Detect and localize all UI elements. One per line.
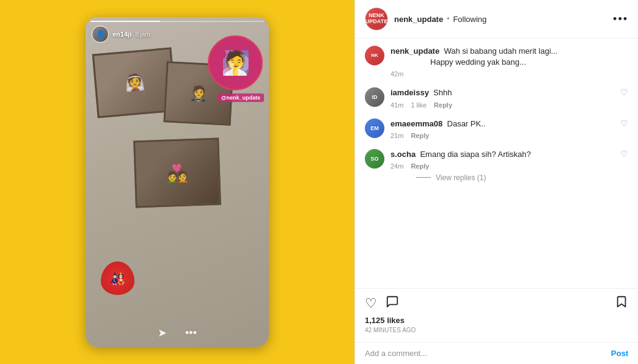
action-icons-row: ♡	[365, 295, 628, 312]
comment-meta-2: 41m 1 like Reply	[391, 101, 614, 109]
comment-text-3: emaeemma08 Dasar PK..	[391, 118, 614, 129]
comment-like-icon-2[interactable]: ♡	[620, 87, 628, 108]
like-icon[interactable]: ♡	[365, 296, 377, 311]
post-header: NENKUPDATE nenk_update • Following •••	[355, 0, 638, 38]
comment-text-2: iamdeissy Shhh	[391, 87, 614, 98]
comment-item-3: EM emaeemma08 Dasar PK.. 21m Reply ♡	[365, 118, 628, 139]
add-comment-input[interactable]	[365, 349, 605, 358]
post-comment-button[interactable]: Post	[611, 349, 628, 358]
comment-time-2: 41m	[391, 101, 403, 109]
photo-frame-3: 💑	[133, 138, 221, 208]
comment-body-4: s.ocha Emang dia siapa sih? Artiskah? 24…	[391, 149, 614, 182]
comment-like-icon-3[interactable]: ♡	[620, 118, 628, 139]
comment-meta-4: 24m Reply	[391, 162, 614, 170]
decorative-item: 🎎	[101, 261, 134, 304]
comment-body-2: iamdeissy Shhh 41m 1 like Reply	[391, 87, 614, 108]
comment-icon[interactable]	[386, 295, 399, 312]
comment-avatar-iamdeissy[interactable]: ID	[365, 87, 384, 107]
comment-username-1[interactable]: nenk_update	[391, 46, 439, 56]
view-replies-label-4[interactable]: View replies (1)	[436, 173, 486, 182]
story-more-icon[interactable]: •••	[185, 327, 197, 340]
comment-meta-1: 42m	[391, 70, 628, 78]
comment-time-3: 21m	[391, 132, 403, 139]
post-section: NENKUPDATE nenk_update • Following ••• N…	[354, 0, 638, 364]
likes-count: 1,125 likes	[365, 316, 628, 325]
story-user-avatar: 👤	[92, 26, 109, 43]
view-replies-line	[416, 177, 431, 178]
story-time: 8 jam	[135, 31, 150, 38]
view-replies-4[interactable]: View replies (1)	[416, 173, 614, 182]
comment-avatar-nenk[interactable]: NK	[365, 46, 384, 65]
comment-body-3: emaeemma08 Dasar PK.. 21m Reply	[391, 118, 614, 139]
post-actions: ♡ 1,125 likes 42 MINUTES AGO	[355, 288, 638, 342]
comment-body-1: nenk_update Wah si babang udah merit lag…	[391, 46, 628, 78]
story-send-icon[interactable]: ➤	[158, 326, 167, 340]
comment-username-4[interactable]: s.ocha	[391, 150, 416, 159]
post-header-dot: •	[447, 15, 449, 23]
comment-text-4: s.ocha Emang dia siapa sih? Artiskah?	[391, 149, 614, 160]
comment-item: NK nenk_update Wah si babang udah merit …	[365, 46, 628, 78]
story-overlay-avatar[interactable]: 🧖	[208, 35, 263, 90]
comment-item-4: SO s.ocha Emang dia siapa sih? Artiskah?…	[365, 149, 628, 182]
add-comment-row: Post	[355, 342, 638, 364]
bookmark-icon[interactable]	[615, 295, 628, 312]
comment-time-4: 24m	[391, 162, 403, 170]
comment-reply-button-4[interactable]: Reply	[411, 162, 429, 170]
comment-likes-2: 1 like	[411, 101, 427, 109]
post-following-label[interactable]: Following	[453, 15, 486, 24]
comment-text-1: nenk_update Wah si babang udah merit lag…	[391, 46, 628, 68]
post-header-info: nenk_update • Following	[394, 15, 607, 24]
comment-avatar-socha[interactable]: SO	[365, 149, 384, 169]
story-tag[interactable]: @nenk_update	[218, 93, 264, 102]
story-content: 👰 🤵 💑 🎎 👤 en14ji 8 jam	[86, 17, 269, 347]
comment-meta-3: 21m Reply	[391, 132, 614, 139]
post-more-button[interactable]: •••	[613, 13, 628, 26]
story-section: 👰 🤵 💑 🎎 👤 en14ji 8 jam	[0, 0, 354, 364]
post-username-header[interactable]: nenk_update	[394, 15, 443, 24]
comments-area: NK nenk_update Wah si babang udah merit …	[355, 38, 638, 288]
comment-username-2[interactable]: iamdeissy	[391, 88, 429, 97]
comment-avatar-emaeemma[interactable]: EM	[365, 118, 384, 138]
comment-like-icon-4[interactable]: ♡	[620, 149, 628, 182]
story-phone: 👰 🤵 💑 🎎 👤 en14ji 8 jam	[86, 17, 269, 347]
comment-reply-button-2[interactable]: Reply	[434, 101, 452, 109]
story-username: en14ji	[112, 31, 131, 38]
comment-item-2: ID iamdeissy Shhh 41m 1 like Reply ♡	[365, 87, 628, 108]
comment-reply-button-3[interactable]: Reply	[411, 132, 429, 139]
story-bottom-controls: ➤ •••	[86, 326, 269, 340]
post-avatar[interactable]: NENKUPDATE	[365, 7, 388, 31]
comment-username-3[interactable]: emaeemma08	[391, 119, 442, 128]
post-timestamp: 42 MINUTES AGO	[365, 327, 628, 333]
comment-time-1: 42m	[391, 70, 403, 78]
